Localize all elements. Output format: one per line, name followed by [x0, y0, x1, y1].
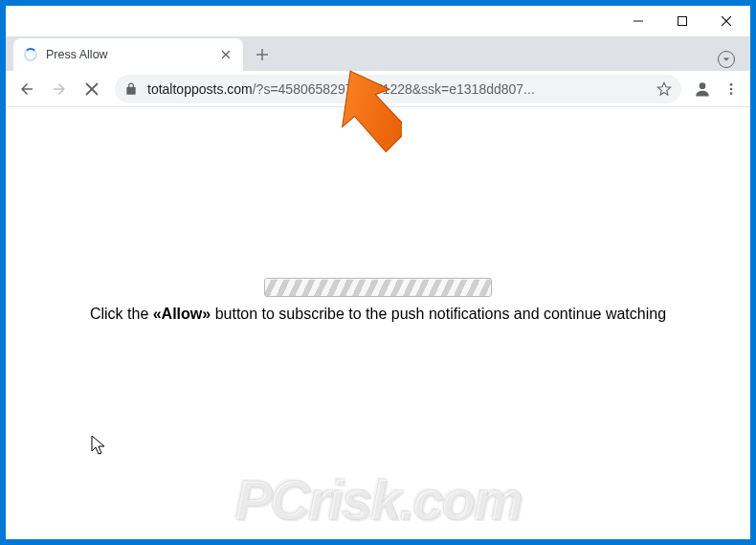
svg-point-13	[730, 92, 733, 95]
new-tab-button[interactable]	[249, 41, 276, 68]
svg-point-12	[730, 87, 733, 90]
stop-reload-button[interactable]	[77, 74, 107, 104]
mouse-cursor-icon	[91, 435, 108, 462]
stop-icon	[85, 82, 99, 96]
minimize-icon	[634, 16, 643, 26]
page-content: Click the «Allow» button to subscribe to…	[6, 107, 750, 539]
window-minimize-button[interactable]	[616, 7, 660, 35]
browser-window: Press Allow totalt	[6, 6, 750, 539]
browser-toolbar: totaltopposts.com/?s=458065829783671228&…	[6, 71, 750, 107]
url-host: totaltopposts.com	[147, 81, 253, 97]
close-icon	[222, 51, 230, 58]
svg-point-11	[730, 83, 733, 86]
browser-tab[interactable]: Press Allow	[13, 38, 243, 71]
window-close-button[interactable]	[704, 7, 748, 35]
chevron-down-icon	[723, 56, 730, 63]
message-allow-word: «Allow»	[153, 306, 211, 322]
search-tabs-button[interactable]	[718, 51, 735, 68]
forward-icon	[51, 80, 68, 98]
window-maximize-button[interactable]	[660, 7, 704, 35]
back-icon	[18, 80, 35, 98]
svg-point-10	[700, 82, 706, 89]
tab-title: Press Allow	[46, 48, 218, 61]
site-security-button[interactable]	[124, 82, 138, 96]
tab-loading-spinner	[23, 47, 38, 62]
url-text: totaltopposts.com/?s=458065829783671228&…	[147, 81, 649, 97]
window-titlebar	[6, 6, 750, 36]
loading-progress-bar	[264, 278, 492, 297]
back-button[interactable]	[11, 74, 42, 104]
instruction-text: Click the «Allow» button to subscribe to…	[6, 306, 750, 323]
message-suffix: button to subscribe to the push notifica…	[211, 306, 666, 322]
lock-icon	[124, 82, 138, 96]
plus-icon	[256, 49, 268, 60]
spinner-icon	[24, 48, 37, 61]
close-icon	[722, 16, 731, 26]
address-bar[interactable]: totaltopposts.com/?s=458065829783671228&…	[115, 75, 681, 103]
watermark-text: PCrisk.com	[234, 467, 521, 532]
tab-close-button[interactable]	[218, 47, 233, 62]
browser-menu-button[interactable]	[718, 76, 745, 102]
progress-container	[6, 278, 750, 297]
star-icon	[656, 81, 672, 97]
menu-icon	[723, 81, 739, 97]
watermark: PCrisk.com	[6, 467, 750, 532]
svg-rect-1	[678, 17, 687, 26]
tabstrip-right-controls	[718, 51, 743, 68]
maximize-icon	[678, 16, 687, 26]
profile-button[interactable]	[689, 76, 716, 102]
profile-icon	[693, 79, 712, 99]
url-path: /?s=458065829783671228&ssk=e1318dd807...	[253, 81, 535, 97]
forward-button[interactable]	[44, 74, 75, 104]
message-prefix: Click the	[90, 306, 153, 322]
tab-strip: Press Allow	[6, 36, 750, 71]
bookmark-button[interactable]	[656, 81, 672, 97]
